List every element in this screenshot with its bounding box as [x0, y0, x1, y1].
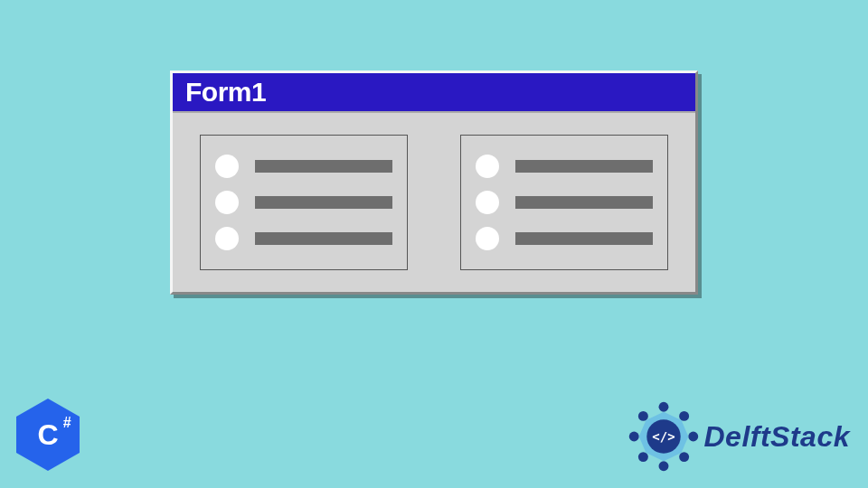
groupbox-left [200, 135, 408, 270]
radio-button[interactable] [476, 227, 499, 250]
csharp-badge: C# [13, 394, 83, 475]
label-placeholder [255, 232, 392, 245]
medallion-icon: </> [628, 401, 699, 472]
brand-logo: </> DelftStack [628, 401, 851, 472]
lang-letter: C [37, 418, 58, 451]
csharp-text: C# [37, 418, 58, 452]
svg-text:</>: </> [652, 429, 675, 444]
radio-button[interactable] [215, 191, 239, 214]
radio-button[interactable] [476, 191, 499, 214]
radio-button[interactable] [215, 227, 239, 250]
svg-point-0 [658, 402, 668, 412]
sharp-symbol: # [63, 415, 71, 431]
svg-point-1 [679, 411, 689, 421]
radio-row [476, 191, 653, 214]
svg-point-6 [628, 432, 638, 442]
radio-row [476, 227, 653, 250]
svg-point-2 [688, 432, 698, 442]
label-placeholder [515, 196, 653, 209]
radio-row [215, 191, 392, 214]
hexagon-icon: C# [16, 399, 80, 471]
svg-point-5 [637, 452, 647, 462]
groupbox-right [460, 135, 668, 270]
radio-row [215, 155, 392, 178]
svg-point-7 [637, 411, 647, 421]
titlebar[interactable]: Form1 [173, 73, 695, 113]
client-area [173, 113, 695, 292]
radio-button[interactable] [215, 155, 239, 178]
label-placeholder [255, 160, 392, 173]
svg-point-3 [679, 452, 689, 462]
brand-name: DelftStack [704, 420, 851, 454]
radio-row [476, 155, 653, 178]
svg-point-4 [658, 461, 668, 471]
label-placeholder [515, 232, 653, 245]
label-placeholder [515, 160, 653, 173]
label-placeholder [255, 196, 392, 209]
window-form: Form1 [170, 70, 698, 295]
window-title: Form1 [185, 77, 266, 108]
radio-button[interactable] [476, 155, 499, 178]
radio-row [215, 227, 392, 250]
